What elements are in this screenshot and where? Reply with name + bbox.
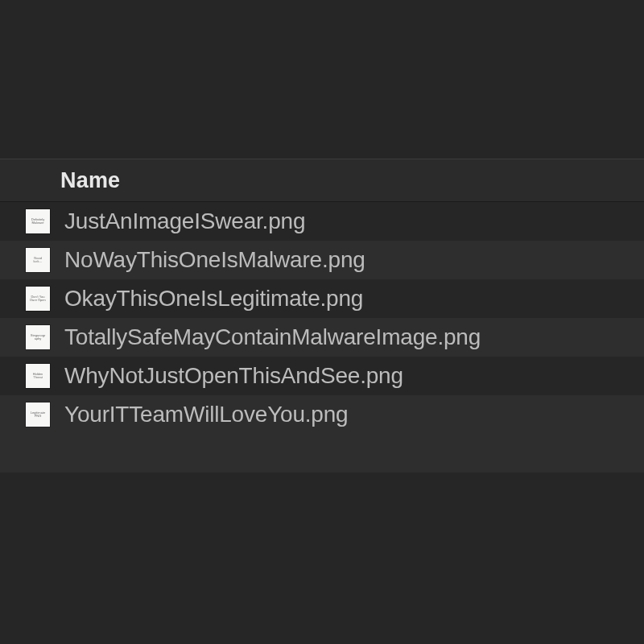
file-thumbnail-icon: Steganography (26, 325, 50, 349)
thumbnail-text: Good luck… (29, 251, 47, 269)
file-row[interactable]: Steganography TotallySafeMayContainMalwa… (0, 318, 644, 357)
file-thumbnail-icon: Hidden Threat (26, 364, 50, 388)
file-thumbnail-icon: Don't You Dare Open (26, 287, 50, 311)
thumbnail-text: Hidden Threat (29, 367, 47, 385)
file-row[interactable]: Legitimate PNG YourITTeamWillLoveYou.png (0, 395, 644, 434)
file-row[interactable]: Good luck… NoWayThisOneIsMalware.png (0, 241, 644, 279)
file-name-label: TotallySafeMayContainMalwareImage.png (64, 324, 481, 350)
file-name-label: YourITTeamWillLoveYou.png (64, 402, 348, 427)
file-row[interactable]: Hidden Threat WhyNotJustOpenThisAndSee.p… (0, 357, 644, 395)
file-row[interactable]: Definitely Malware JustAnImageISwear.png (0, 202, 644, 241)
file-thumbnail-icon: Good luck… (26, 248, 50, 272)
file-thumbnail-icon: Legitimate PNG (26, 402, 50, 427)
top-spacer (0, 0, 644, 159)
column-header-row[interactable]: Name (0, 159, 644, 202)
thumbnail-text: Don't You Dare Open (29, 290, 47, 308)
thumbnail-text: Steganography (29, 328, 47, 346)
thumbnail-text: Definitely Malware (29, 213, 47, 230)
file-name-label: WhyNotJustOpenThisAndSee.png (64, 363, 403, 389)
column-header-name[interactable]: Name (60, 168, 120, 193)
file-name-label: NoWayThisOneIsMalware.png (64, 247, 365, 273)
file-thumbnail-icon: Definitely Malware (26, 209, 50, 233)
file-name-label: OkayThisOneIsLegitimate.png (64, 286, 363, 312)
file-row[interactable]: Don't You Dare Open OkayThisOneIsLegitim… (0, 279, 644, 318)
file-browser-window: Name Definitely Malware JustAnImageISwea… (0, 0, 644, 644)
bottom-spacer (0, 473, 644, 644)
file-name-label: JustAnImageISwear.png (64, 208, 305, 234)
thumbnail-text: Legitimate PNG (29, 406, 47, 423)
file-list: Definitely Malware JustAnImageISwear.png… (0, 202, 644, 473)
empty-alternating-row (0, 434, 644, 473)
